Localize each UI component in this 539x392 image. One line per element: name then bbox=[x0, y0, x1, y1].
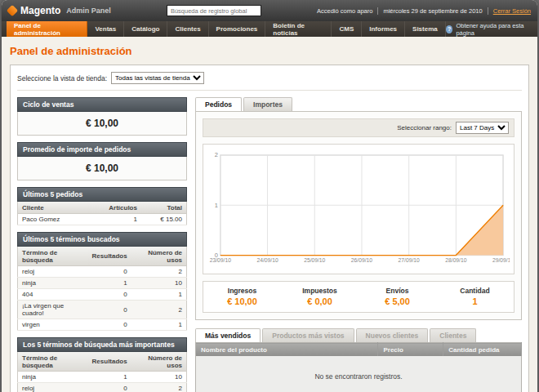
help-link[interactable]: ? Obtener ayuda para esta página bbox=[446, 21, 532, 37]
svg-text:25/09/10: 25/09/10 bbox=[304, 257, 325, 263]
cell-total: € 15.00 bbox=[141, 214, 187, 225]
last-orders-table: Cliente Artículos Total Paco Gomez 1 € 1… bbox=[17, 202, 187, 225]
global-search-input[interactable] bbox=[167, 5, 261, 16]
nav-item-promociones[interactable]: Promociones bbox=[209, 21, 266, 37]
column-header: Cantidad pedida bbox=[443, 343, 522, 357]
svg-text:23/09/10: 23/09/10 bbox=[210, 257, 231, 263]
logout-link[interactable]: Cerrar Sesión bbox=[493, 7, 531, 15]
table-row[interactable]: 404 0 1 bbox=[18, 289, 187, 301]
cell-results: 0 bbox=[88, 289, 131, 301]
cell-results: 0 bbox=[88, 319, 131, 331]
store-view-select[interactable]: Todas las vistas de tienda bbox=[111, 72, 204, 84]
orders-tab-panel: Seleccionar rango: Last 7 Days 01223/09/… bbox=[195, 111, 522, 320]
divider bbox=[377, 7, 378, 15]
total-value: € 10,00 bbox=[203, 296, 281, 306]
tab-mas-vendidos[interactable]: Más vendidos bbox=[195, 328, 261, 342]
tab-pedidos[interactable]: Pedidos bbox=[195, 97, 242, 111]
total-label: Cantidad bbox=[436, 287, 514, 295]
bestsellers-grid: Nombre del producto Precio Cantidad pedi… bbox=[195, 342, 522, 392]
average-orders-value: € 10,00 bbox=[17, 157, 187, 180]
box-title: Últimos 5 pedidos bbox=[17, 187, 187, 202]
column-header: Precio bbox=[378, 343, 443, 357]
last-search-terms-table: Término de búsqueda Resultados Número de… bbox=[17, 247, 187, 331]
column-header: Nombre del producto bbox=[196, 343, 378, 357]
right-column: Pedidos Importes Seleccionar rango: Last… bbox=[195, 97, 522, 392]
svg-text:2: 2 bbox=[215, 151, 218, 158]
cell-term: reloj bbox=[18, 383, 88, 392]
empty-grid-message: No se encontraron registros. bbox=[196, 356, 522, 392]
total-cantidad: Cantidad 1 bbox=[436, 287, 514, 306]
cell-term: 404 bbox=[18, 289, 88, 301]
column-header: Resultados bbox=[88, 352, 131, 372]
range-label: Seleccionar rango: bbox=[397, 124, 452, 131]
help-icon: ? bbox=[446, 25, 453, 33]
cell-term: reloj bbox=[18, 266, 88, 278]
store-view-label: Seleccione la vista de tienda: bbox=[17, 74, 107, 82]
cell-results: 1 bbox=[88, 372, 131, 383]
range-select[interactable]: Last 7 Days bbox=[456, 122, 509, 134]
cell-uses: 1 bbox=[131, 319, 187, 331]
top-search-terms-box: Los 5 términos de búsqueda más important… bbox=[17, 337, 187, 392]
global-search bbox=[167, 5, 261, 16]
lifetime-sales-box: Ciclo de ventas € 10,00 bbox=[17, 97, 187, 136]
logged-in-as: Accedió como aparo bbox=[317, 7, 372, 15]
logo-text: Magento bbox=[20, 5, 60, 16]
column-header: Número de usos bbox=[131, 352, 187, 372]
last-search-terms-box: Últimos 5 términos buscados Término de b… bbox=[17, 232, 187, 331]
table-row[interactable]: reloj 0 2 bbox=[18, 266, 187, 278]
column-header: Número de usos bbox=[131, 247, 187, 266]
cell-results: 0 bbox=[88, 383, 131, 392]
nav-item-ventas[interactable]: Ventas bbox=[87, 21, 124, 37]
header-date: miércoles 29 de septiembre de 2010 bbox=[383, 7, 482, 15]
svg-text:26/09/10: 26/09/10 bbox=[351, 257, 372, 263]
nav-item-cms[interactable]: CMS bbox=[332, 21, 362, 37]
nav-item-dashboard[interactable]: Panel de administración bbox=[7, 21, 87, 37]
cell-uses: 10 bbox=[131, 278, 187, 289]
svg-text:28/09/10: 28/09/10 bbox=[445, 257, 466, 263]
orders-chart-svg: 01223/09/1024/09/1025/09/1026/09/1027/09… bbox=[207, 149, 510, 270]
magento-logo[interactable]: Magento Admin Panel bbox=[8, 5, 111, 16]
table-row[interactable]: ¡La virgen que cuadro! 0 2 bbox=[18, 301, 187, 319]
tab-productos-mas-vistos: Productos más vistos bbox=[262, 328, 354, 342]
total-impuestos: Impuestos € 0,00 bbox=[281, 287, 359, 306]
box-title: Últimos 5 términos buscados bbox=[17, 232, 187, 247]
nav-item-clientes[interactable]: Clientes bbox=[167, 21, 208, 37]
nav-item-boletin[interactable]: Boletín de noticias bbox=[265, 21, 332, 37]
cell-uses: 1 bbox=[131, 289, 187, 301]
cell-uses: 10 bbox=[131, 372, 187, 383]
column-header: Término de búsqueda bbox=[18, 352, 88, 372]
svg-text:29/09/10: 29/09/10 bbox=[492, 257, 510, 263]
main-navbar: Panel de administración Ventas Catálogo … bbox=[2, 21, 537, 37]
content-panel: Seleccione la vista de tienda: Todas las… bbox=[10, 65, 529, 392]
nav-item-sistema[interactable]: Sistema bbox=[405, 21, 446, 37]
table-row[interactable]: virgen 0 1 bbox=[18, 319, 187, 331]
cell-uses: 2 bbox=[131, 266, 187, 278]
dashboard-tabs: Pedidos Importes bbox=[195, 97, 522, 111]
total-label: Ingresos bbox=[203, 287, 281, 295]
table-row[interactable]: reloj 0 2 bbox=[18, 383, 187, 392]
table-row[interactable]: ninja 1 10 bbox=[18, 278, 187, 289]
header-user-info: Accedió como aparo miércoles 29 de septi… bbox=[317, 7, 531, 15]
range-selector-row: Seleccionar rango: Last 7 Days bbox=[203, 118, 514, 137]
box-title: Promedio de importe de pedidos bbox=[17, 142, 187, 157]
last-orders-box: Últimos 5 pedidos Cliente Artículos Tota… bbox=[17, 187, 187, 225]
tab-importes[interactable]: Importes bbox=[243, 97, 292, 111]
cell-uses: 2 bbox=[131, 301, 187, 319]
page-body: Panel de administración Seleccione la vi… bbox=[2, 37, 537, 392]
total-value: 1 bbox=[436, 296, 514, 306]
nav-item-catalogo[interactable]: Catálogo bbox=[124, 21, 167, 37]
table-row[interactable]: ninja 1 10 bbox=[18, 372, 187, 383]
table-row[interactable]: Paco Gomez 1 € 15.00 bbox=[18, 214, 187, 225]
store-switcher: Seleccione la vista de tienda: Todas las… bbox=[17, 72, 522, 91]
total-label: Impuestos bbox=[281, 287, 359, 295]
cell-term: ¡La virgen que cuadro! bbox=[18, 301, 88, 319]
total-value: € 0,00 bbox=[281, 296, 359, 306]
nav-item-informes[interactable]: Informes bbox=[362, 21, 405, 37]
orders-chart: 01223/09/1024/09/1025/09/1026/09/1027/09… bbox=[203, 144, 514, 274]
column-header: Cliente bbox=[18, 202, 87, 214]
cell-results: 1 bbox=[88, 278, 131, 289]
cell-customer: Paco Gomez bbox=[18, 214, 87, 225]
column-header: Término de búsqueda bbox=[18, 247, 88, 266]
cell-results: 0 bbox=[88, 301, 131, 319]
column-header: Resultados bbox=[88, 247, 131, 266]
